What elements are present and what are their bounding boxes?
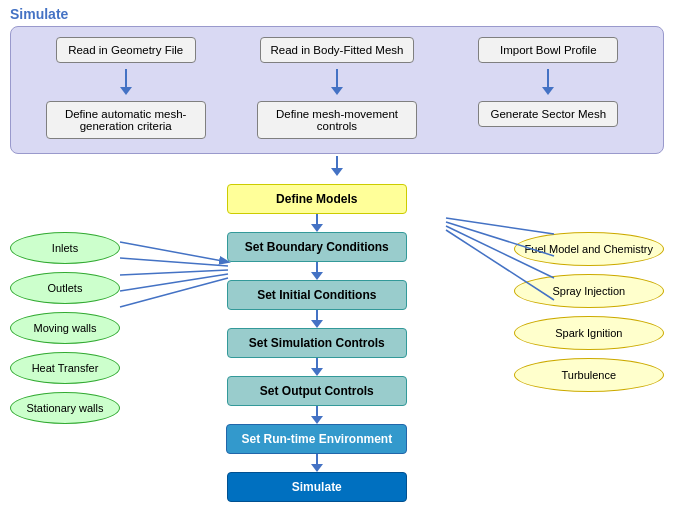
flow-output-controls[interactable]: Set Output Controls [227, 376, 407, 406]
box-read-body-fitted[interactable]: Read in Body-Fitted Mesh [260, 37, 415, 63]
flow-initial-conditions[interactable]: Set Initial Conditions [227, 280, 407, 310]
top-column-bowl: Import Bowl Profile Generate Sector Mesh [448, 37, 649, 127]
flow-simulation-controls[interactable]: Set Simulation Controls [227, 328, 407, 358]
oval-fuel-model[interactable]: Fuel Model and Chemistry [514, 232, 664, 266]
flow-boundary-conditions[interactable]: Set Boundary Conditions [227, 232, 407, 262]
oval-spray-injection[interactable]: Spray Injection [514, 274, 664, 308]
oval-spark-ignition[interactable]: Spark Ignition [514, 316, 664, 350]
oval-inlets[interactable]: Inlets [10, 232, 120, 264]
oval-stationary-walls[interactable]: Stationary walls [10, 392, 120, 424]
top-column-fitted-mesh: Read in Body-Fitted Mesh Define mesh-mov… [236, 37, 437, 139]
flow-runtime-env[interactable]: Set Run-time Environment [226, 424, 407, 454]
oval-moving-walls[interactable]: Moving walls [10, 312, 120, 344]
box-mesh-movement[interactable]: Define mesh-movement controls [257, 101, 417, 139]
box-generate-sector[interactable]: Generate Sector Mesh [478, 101, 618, 127]
box-auto-mesh[interactable]: Define automatic mesh-generation criteri… [46, 101, 206, 139]
oval-turbulence[interactable]: Turbulence [514, 358, 664, 392]
oval-heat-transfer[interactable]: Heat Transfer [10, 352, 120, 384]
right-ovals-group: Fuel Model and Chemistry Spray Injection… [514, 232, 664, 502]
center-flow: Define Models Set Boundary Conditions Se… [126, 184, 508, 502]
top-column-geometry: Read in Geometry File Define automatic m… [25, 37, 226, 139]
flow-simulate[interactable]: Simulate [227, 472, 407, 502]
page-title: Simulate [0, 0, 674, 26]
oval-outlets[interactable]: Outlets [10, 272, 120, 304]
flow-define-models[interactable]: Define Models [227, 184, 407, 214]
left-ovals-group: Inlets Outlets Moving walls Heat Transfe… [10, 232, 120, 502]
box-read-geometry[interactable]: Read in Geometry File [56, 37, 196, 63]
main-area: Inlets Outlets Moving walls Heat Transfe… [10, 184, 664, 502]
top-panel: Read in Geometry File Define automatic m… [10, 26, 664, 154]
box-import-bowl[interactable]: Import Bowl Profile [478, 37, 618, 63]
